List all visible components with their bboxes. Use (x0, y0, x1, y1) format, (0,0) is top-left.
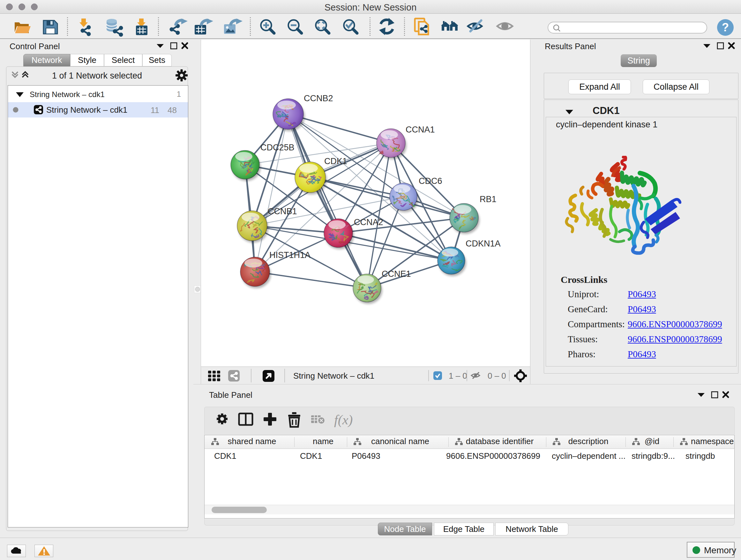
svg-text:CCNB2: CCNB2 (304, 94, 333, 103)
svg-text:HIST1H1A: HIST1H1A (269, 250, 311, 260)
svg-text:1 – 0: 1 – 0 (449, 371, 467, 381)
svg-text:CCNA2: CCNA2 (354, 217, 383, 227)
svg-text:0 – 0: 0 – 0 (488, 371, 506, 381)
svg-text:CCNB1: CCNB1 (268, 206, 297, 216)
svg-text:CCNE1: CCNE1 (382, 269, 411, 279)
svg-text:RB1: RB1 (480, 194, 496, 204)
svg-text:CDKN1A: CDKN1A (466, 239, 501, 248)
svg-text:f(x): f(x) (334, 413, 353, 428)
svg-text:CCNA1: CCNA1 (406, 125, 435, 134)
svg-text:CDC25B: CDC25B (260, 143, 294, 152)
svg-text:CDC6: CDC6 (419, 176, 442, 186)
svg-text:CDK1: CDK1 (324, 157, 347, 166)
svg-text:?: ? (722, 21, 729, 34)
svg-text:String Network – cdk1: String Network – cdk1 (293, 371, 374, 381)
